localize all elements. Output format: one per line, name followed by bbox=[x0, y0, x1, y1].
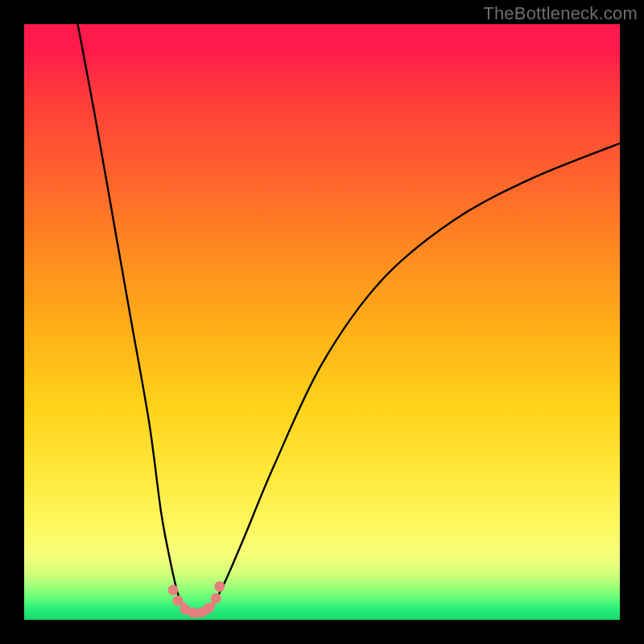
right-branch-curve bbox=[212, 143, 620, 605]
left-branch-curve bbox=[78, 24, 184, 605]
bottom-dot bbox=[204, 603, 214, 613]
watermark-text: TheBottleneck.com bbox=[483, 3, 638, 24]
bottom-dot bbox=[211, 593, 221, 604]
bottom-dot bbox=[168, 585, 179, 596]
plot-area bbox=[24, 24, 620, 620]
bottom-dot bbox=[172, 596, 183, 606]
bottom-dot bbox=[214, 581, 225, 592]
curve-layer bbox=[24, 24, 620, 620]
bottom-dots-group bbox=[168, 581, 225, 618]
chart-frame: TheBottleneck.com bbox=[0, 0, 644, 644]
